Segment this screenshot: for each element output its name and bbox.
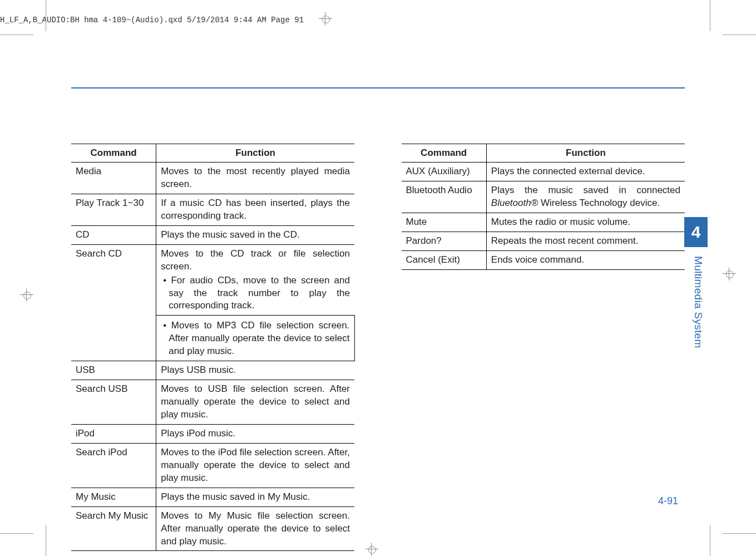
- cell-function: Plays the music saved in connected Bluet…: [486, 181, 685, 213]
- cell-function: Mutes the radio or music volume.: [486, 213, 685, 232]
- cell-command: Search CD: [71, 244, 156, 361]
- table-header-row: Command Function: [402, 144, 685, 163]
- crop-mark: [710, 0, 710, 31]
- page-number: 4-91: [658, 495, 678, 507]
- cell-function: Plays the music saved in the CD.: [156, 225, 354, 244]
- table-row: CD Plays the music saved in the CD.: [71, 225, 354, 244]
- cell-function: Moves to My Music file selection screen.…: [156, 506, 354, 551]
- header-command: Command: [71, 144, 156, 163]
- cell-text-italic: Bluetooth®: [491, 198, 538, 208]
- cell-command: AUX (Auxiliary): [402, 163, 487, 181]
- header-command: Command: [402, 144, 487, 163]
- cell-function: Moves to the most recently played media …: [156, 163, 354, 194]
- crop-mark: [46, 0, 46, 31]
- cell-function: Plays the music saved in My Music.: [156, 488, 354, 506]
- table-row: Search My Music Moves to My Music file s…: [71, 506, 354, 551]
- cell-command: CD: [71, 225, 156, 244]
- table-row: Pardon? Repeats the most recent comment.: [402, 232, 685, 250]
- content-area: Command Function Media Moves to the most…: [71, 144, 685, 551]
- cell-function: If a music CD has been inserted, plays t…: [156, 194, 354, 225]
- cell-command: My Music: [71, 488, 156, 506]
- cell-function: Ends voice command.: [486, 250, 685, 269]
- cell-function: Moves to the CD track or file selection …: [156, 244, 354, 316]
- table-row: USB Plays USB music.: [71, 361, 354, 380]
- table-header-row: Command Function: [71, 144, 354, 163]
- crop-mark: [0, 35, 33, 35]
- cell-command: Media: [71, 163, 156, 194]
- cell-function: Plays iPod music.: [156, 424, 354, 443]
- crop-mark: [46, 525, 46, 556]
- cell-text-pre: Plays the music saved in connected: [491, 185, 680, 195]
- top-blue-rule: [71, 87, 685, 88]
- cell-function: Repeats the most recent comment.: [486, 232, 685, 250]
- bullet-item: • For audio CDs, move to the screen and …: [161, 274, 350, 313]
- cell-command: USB: [71, 361, 156, 380]
- left-column: Command Function Media Moves to the most…: [71, 144, 355, 551]
- header-function: Function: [156, 144, 354, 163]
- table-row: Play Track 1~30 If a music CD has been i…: [71, 194, 354, 225]
- cell-text: Moves to the CD track or file selection …: [161, 248, 350, 272]
- cell-text-post: Wireless Technology device.: [538, 198, 660, 208]
- registration-mark-top: [319, 12, 332, 26]
- left-command-table: Command Function Media Moves to the most…: [71, 144, 355, 551]
- table-row: Mute Mutes the radio or music volume.: [402, 213, 685, 232]
- right-command-table: Command Function AUX (Auxiliary) Plays t…: [402, 144, 685, 270]
- cell-command: Search iPod: [71, 443, 156, 488]
- table-row: My Music Plays the music saved in My Mus…: [71, 488, 354, 506]
- cell-command: Cancel (Exit): [402, 250, 487, 269]
- cell-command: Search USB: [71, 380, 156, 425]
- cell-command: Mute: [402, 213, 487, 232]
- table-row: Bluetooth Audio Plays the music saved in…: [402, 181, 685, 213]
- cell-function: Plays the connected external device.: [486, 163, 685, 181]
- crop-mark: [723, 533, 756, 534]
- registration-mark-left: [20, 288, 33, 302]
- chapter-tab: 4: [684, 217, 708, 247]
- header-function: Function: [486, 144, 685, 163]
- cell-function: • Moves to MP3 CD file selection screen.…: [156, 316, 354, 361]
- bullet-item: • Moves to MP3 CD file selection screen.…: [161, 319, 349, 358]
- chapter-label: Multimedia System: [692, 256, 704, 348]
- crop-mark: [723, 35, 756, 35]
- cell-command: Play Track 1~30: [71, 194, 156, 225]
- right-column: Command Function AUX (Auxiliary) Plays t…: [402, 144, 685, 551]
- cell-command: Pardon?: [402, 232, 487, 250]
- table-row: Search USB Moves to USB file selection s…: [71, 380, 354, 425]
- cell-command: Search My Music: [71, 506, 156, 551]
- table-row: Search CD Moves to the CD track or file …: [71, 244, 354, 316]
- cell-command: iPod: [71, 424, 156, 443]
- crop-mark: [710, 525, 710, 556]
- cell-function: Moves to USB file selection screen. Afte…: [156, 380, 354, 425]
- table-row: AUX (Auxiliary) Plays the connected exte…: [402, 163, 685, 181]
- table-row: Search iPod Moves to the iPod file selec…: [71, 443, 354, 488]
- registration-mark-right: [723, 267, 736, 281]
- cell-command: Bluetooth Audio: [402, 181, 487, 213]
- table-row: Cancel (Exit) Ends voice command.: [402, 250, 685, 269]
- crop-mark: [0, 533, 33, 534]
- cell-function: Plays USB music.: [156, 361, 354, 380]
- table-row: iPod Plays iPod music.: [71, 424, 354, 443]
- table-row: Media Moves to the most recently played …: [71, 163, 354, 194]
- cell-function: Moves to the iPod file selection screen.…: [156, 443, 354, 488]
